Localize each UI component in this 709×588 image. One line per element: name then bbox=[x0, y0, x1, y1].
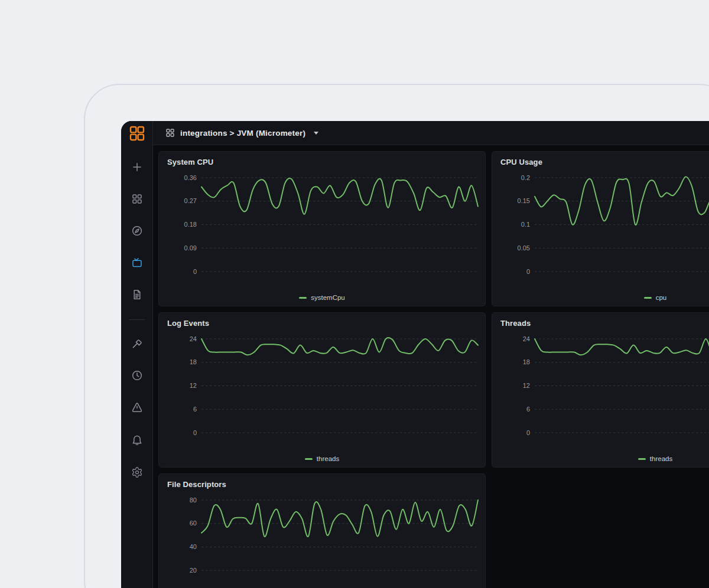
dashboard-grid-icon bbox=[166, 129, 174, 137]
svg-text:0: 0 bbox=[526, 268, 530, 275]
svg-text:0.09: 0.09 bbox=[184, 244, 197, 251]
compass-icon bbox=[131, 225, 143, 237]
clock-icon bbox=[131, 370, 143, 381]
legend-series-label: systemCpu bbox=[311, 294, 345, 301]
svg-text:40: 40 bbox=[190, 543, 197, 550]
svg-text:0.36: 0.36 bbox=[184, 174, 197, 181]
svg-text:80: 80 bbox=[190, 496, 197, 504]
panel-title[interactable]: Log Events bbox=[167, 319, 209, 328]
threads-chart[interactable]: 24181260 bbox=[492, 313, 709, 468]
app-logo[interactable] bbox=[121, 121, 152, 145]
panel-title[interactable]: CPU Usage bbox=[500, 158, 542, 166]
apps-grid-icon bbox=[131, 193, 143, 205]
svg-text:6: 6 bbox=[526, 406, 530, 413]
breadcrumb-text: integrations > JVM (Micrometer) bbox=[180, 129, 305, 138]
svg-text:0.18: 0.18 bbox=[184, 221, 197, 228]
file-descriptors-chart[interactable]: 806040200 bbox=[159, 474, 486, 588]
system-cpu-chart[interactable]: 0.360.270.180.090 bbox=[159, 152, 486, 306]
svg-text:6: 6 bbox=[193, 406, 197, 413]
sidebar-item-reports[interactable] bbox=[121, 284, 152, 305]
svg-text:0.05: 0.05 bbox=[518, 244, 530, 251]
svg-text:60: 60 bbox=[190, 520, 197, 527]
gear-icon bbox=[131, 466, 143, 478]
svg-text:0: 0 bbox=[526, 429, 530, 436]
sidebar-item-settings[interactable] bbox=[121, 462, 152, 483]
sidebar-item-alerting[interactable] bbox=[121, 397, 152, 418]
sidebar-item-create[interactable] bbox=[121, 156, 152, 178]
legend-series-label: threads bbox=[317, 455, 339, 462]
bell-icon bbox=[131, 434, 143, 446]
sidebar-item-explore[interactable] bbox=[121, 220, 152, 241]
svg-text:18: 18 bbox=[523, 358, 530, 365]
legend-item[interactable]: systemCpu bbox=[159, 294, 485, 301]
panel-title[interactable]: Threads bbox=[500, 319, 531, 328]
svg-text:24: 24 bbox=[523, 335, 530, 342]
legend-item[interactable]: threads bbox=[492, 455, 709, 462]
cpu-usage-chart[interactable]: 0.20.150.10.050 bbox=[492, 152, 709, 306]
sidebar-item-notifications[interactable] bbox=[121, 429, 152, 450]
page: integrations > JVM (Micrometer) System C… bbox=[0, 0, 709, 588]
panel-cpu-usage: CPU Usage 0.20.150.10.050 cpu bbox=[492, 151, 709, 306]
panel-system-cpu: System CPU 0.360.270.180.090 systemCpu bbox=[158, 151, 486, 306]
legend-series-label: cpu bbox=[656, 294, 667, 301]
svg-text:20: 20 bbox=[190, 567, 197, 574]
svg-text:0.27: 0.27 bbox=[184, 197, 197, 204]
panel-threads: Threads 24181260 threads bbox=[492, 312, 709, 468]
top-header: integrations > JVM (Micrometer) bbox=[153, 121, 709, 145]
sidebar bbox=[121, 121, 153, 588]
grafana-grid-logo-icon bbox=[129, 126, 145, 141]
svg-text:18: 18 bbox=[190, 358, 197, 365]
legend-item[interactable]: cpu bbox=[492, 294, 709, 301]
alert-triangle-icon bbox=[131, 401, 143, 413]
panel-log-events: Log Events 24181260 threads bbox=[158, 312, 486, 468]
sidebar-item-playlists[interactable] bbox=[121, 252, 152, 273]
svg-text:0: 0 bbox=[193, 429, 197, 436]
legend-series-dash bbox=[305, 458, 313, 460]
svg-text:0.2: 0.2 bbox=[521, 174, 530, 181]
svg-text:0.1: 0.1 bbox=[521, 221, 530, 228]
legend-series-dash bbox=[638, 458, 646, 460]
plus-icon bbox=[131, 161, 143, 173]
sidebar-item-admin[interactable] bbox=[121, 333, 152, 354]
panel-file-descriptors: File Descriptors 806040200 bbox=[158, 473, 486, 588]
svg-text:24: 24 bbox=[190, 335, 197, 342]
tv-icon bbox=[131, 257, 143, 269]
svg-text:0.15: 0.15 bbox=[518, 197, 530, 204]
panel-title[interactable]: File Descriptors bbox=[167, 480, 226, 489]
panel-title[interactable]: System CPU bbox=[167, 158, 213, 166]
legend-item[interactable]: threads bbox=[159, 455, 485, 462]
hammer-icon bbox=[131, 338, 143, 349]
sidebar-item-history[interactable] bbox=[121, 365, 152, 386]
legend-series-label: threads bbox=[650, 455, 672, 462]
chevron-down-icon[interactable] bbox=[314, 132, 318, 135]
grafana-dashboard-window: integrations > JVM (Micrometer) System C… bbox=[121, 121, 709, 588]
legend-series-dash bbox=[299, 297, 307, 299]
legend-series-dash bbox=[644, 297, 652, 299]
log-events-chart[interactable]: 24181260 bbox=[159, 313, 486, 468]
svg-text:12: 12 bbox=[523, 382, 530, 389]
svg-text:0: 0 bbox=[193, 268, 197, 275]
sidebar-item-dashboards[interactable] bbox=[121, 188, 152, 210]
sidebar-divider bbox=[129, 319, 145, 320]
svg-text:12: 12 bbox=[190, 382, 197, 389]
breadcrumb[interactable]: integrations > JVM (Micrometer) bbox=[166, 129, 318, 138]
document-icon bbox=[131, 289, 143, 300]
